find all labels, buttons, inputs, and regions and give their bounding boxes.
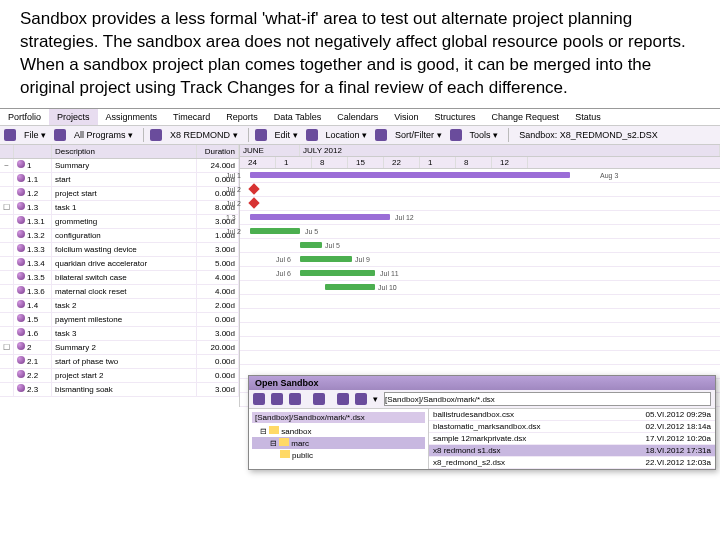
sort-icon <box>375 129 387 141</box>
dur-header[interactable]: Duration <box>197 145 239 159</box>
gantt-bar[interactable] <box>300 270 375 276</box>
task-row[interactable]: −1Summary24.00d <box>0 158 239 172</box>
toolbar-main: File ▾ All Programs ▾ X8 REDMOND ▾ Edit … <box>0 126 720 145</box>
programs-menu[interactable]: All Programs ▾ <box>70 129 137 141</box>
gantt-row: Jul 10 <box>240 281 720 295</box>
view-icon[interactable] <box>337 393 349 405</box>
menu-data-tables[interactable]: Data Tables <box>266 109 329 125</box>
menu-change-request[interactable]: Change Request <box>484 109 568 125</box>
menu-assignments[interactable]: Assignments <box>98 109 166 125</box>
day-label: 22 <box>384 157 420 168</box>
app-window: PortfolioProjectsAssignmentsTimecardRepo… <box>0 108 720 407</box>
day-label: 1 <box>276 157 312 168</box>
gantt-bar[interactable] <box>250 228 300 234</box>
task-row[interactable]: 1.3.5bilateral switch case4.00d <box>0 270 239 284</box>
task-row[interactable]: 1.3.2configuration1.00d <box>0 228 239 242</box>
menu-structures[interactable]: Structures <box>427 109 484 125</box>
tools-icon <box>450 129 462 141</box>
gantt-bar[interactable] <box>250 172 570 178</box>
gantt-row: Jul 2 <box>240 197 720 211</box>
eye-icon <box>306 129 318 141</box>
star-icon[interactable] <box>355 393 367 405</box>
gantt-row: Jul 5 <box>240 239 720 253</box>
expand-header <box>0 145 14 159</box>
dialog-title: Open Sandbox <box>249 376 715 390</box>
id-header <box>14 145 52 159</box>
sort-menu[interactable]: Sort/Filter ▾ <box>391 129 446 141</box>
path-input[interactable] <box>384 392 711 406</box>
sandbox-label: Sandbox: X8_REDMOND_s2.DSX <box>515 129 662 141</box>
tools-menu[interactable]: Tools ▾ <box>466 129 503 141</box>
task-row[interactable]: 1.3.6maternal clock reset4.00d <box>0 284 239 298</box>
gantt-row <box>240 309 720 323</box>
task-row[interactable]: ☐1.3task 18.00d <box>0 200 239 214</box>
day-label: 12 <box>492 157 528 168</box>
project-icon <box>150 129 162 141</box>
file-icon <box>4 129 16 141</box>
menu-timecard[interactable]: Timecard <box>165 109 218 125</box>
gantt-row: Jul 2 <box>240 183 720 197</box>
day-label: 8 <box>456 157 492 168</box>
task-row[interactable]: 1.3.3folcilum wasting device3.00d <box>0 242 239 256</box>
gantt-bar[interactable] <box>325 284 375 290</box>
task-row[interactable]: 1.1start0.00d <box>0 172 239 186</box>
location-menu[interactable]: Location ▾ <box>322 129 372 141</box>
menu-calendars[interactable]: Calendars <box>329 109 386 125</box>
desc-header[interactable]: Description <box>52 145 197 159</box>
up-folder-icon[interactable] <box>271 393 283 405</box>
project-selector[interactable]: X8 REDMOND ▾ <box>166 129 242 141</box>
menu-portfolio[interactable]: Portfolio <box>0 109 49 125</box>
gantt-row: Jul 1Aug 3 <box>240 169 720 183</box>
task-row[interactable]: 1.2project start0.00d <box>0 186 239 200</box>
gantt-row <box>240 351 720 365</box>
day-label: 8 <box>312 157 348 168</box>
description-text: Sandbox provides a less formal 'what-if'… <box>0 0 720 108</box>
gantt-row <box>240 295 720 309</box>
gantt-row <box>240 323 720 337</box>
menubar: PortfolioProjectsAssignmentsTimecardRepo… <box>0 109 720 126</box>
day-label: 24 <box>240 157 276 168</box>
task-grid: Description Duration −1Summary24.00d1.1s… <box>0 145 240 407</box>
edit-icon <box>255 129 267 141</box>
programs-icon <box>54 129 66 141</box>
task-row[interactable]: 1.3.4quarkian drive accelerator5.00d <box>0 256 239 270</box>
month-label: JULY 2012 <box>300 145 720 156</box>
menu-status[interactable]: Status <box>567 109 609 125</box>
refresh-icon[interactable] <box>289 393 301 405</box>
home-icon[interactable] <box>313 393 325 405</box>
folder-open-icon[interactable] <box>253 393 265 405</box>
task-row[interactable]: 1.3.1grommeting3.00d <box>0 214 239 228</box>
month-label: JUNE <box>240 145 300 156</box>
dialog-toolbar: ▾ <box>249 390 715 407</box>
task-row[interactable]: 2.1start of phase two0.00d <box>0 354 239 368</box>
menu-vision[interactable]: Vision <box>386 109 426 125</box>
gantt-row: Jul 2Ju 5 <box>240 225 720 239</box>
task-row[interactable]: 2.2project start 20.00d <box>0 368 239 382</box>
gantt-bar[interactable] <box>300 256 352 262</box>
menu-reports[interactable]: Reports <box>218 109 266 125</box>
task-row[interactable]: 1.5payment milestone0.00d <box>0 312 239 326</box>
gantt-bar[interactable] <box>250 214 390 220</box>
day-label: 15 <box>348 157 384 168</box>
gantt-row: Jul 6Jul 9 <box>240 253 720 267</box>
gantt-bar[interactable] <box>300 242 322 248</box>
task-row[interactable]: ☐2Summary 220.00d <box>0 340 239 354</box>
edit-menu[interactable]: Edit ▾ <box>271 129 302 141</box>
day-label: 1 <box>420 157 456 168</box>
menu-projects[interactable]: Projects <box>49 109 98 125</box>
task-row[interactable]: 1.6task 33.00d <box>0 326 239 340</box>
gantt-chart: JUNE JULY 2012 241815221812 Jul 1Aug 3Ju… <box>240 145 720 407</box>
gantt-row <box>240 337 720 351</box>
task-row[interactable]: 2.3bismanting soak3.00d <box>0 382 239 396</box>
task-row[interactable]: 1.4task 22.00d <box>0 298 239 312</box>
gantt-row: Jul 6Jul 11 <box>240 267 720 281</box>
file-menu[interactable]: File ▾ <box>20 129 50 141</box>
gantt-row: 1.3Jul 12 <box>240 211 720 225</box>
open-sandbox-dialog: Open Sandbox ▾ [Sandbox]/Sandbox/mark/*.… <box>248 375 716 407</box>
